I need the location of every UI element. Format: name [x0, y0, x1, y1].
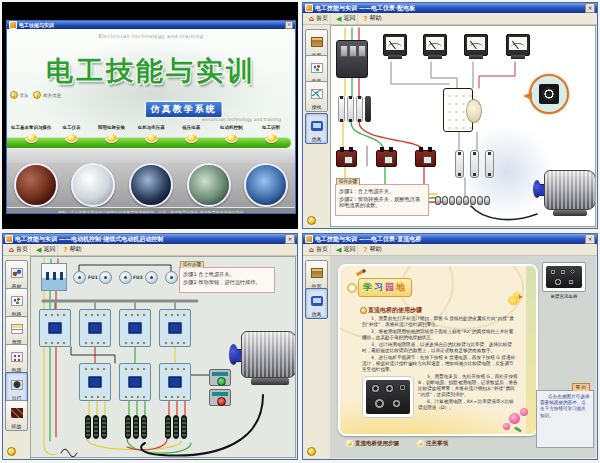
credits-text: 研制：大连海事大学信息工程学院仿真教育技术研究所 出版：高等教育出版社 高等教育…	[7, 208, 295, 213]
menu-item-diagrams[interactable]: 电工识图	[251, 125, 291, 143]
help-button[interactable]: ?帮助	[61, 245, 83, 255]
home-button[interactable]: ⌂首页	[307, 14, 331, 24]
fuse-label: FU2	[133, 275, 143, 280]
menu-button[interactable]	[65, 133, 78, 143]
fuse[interactable]	[165, 271, 178, 284]
divider-band	[7, 149, 295, 163]
monitor-icon	[311, 121, 323, 131]
english-subtitle: Electrician technology and training	[202, 117, 281, 122]
bridge-main: 学习园地 直流电桥的使用步骤 1、测量前先打开检流计锁扣，即将 G 接线柱处的金…	[330, 256, 596, 458]
fuse-dark[interactable]	[365, 96, 371, 122]
contactor	[79, 363, 111, 401]
fuse[interactable]	[347, 96, 354, 122]
board-titlebar: 电工技能与实训 ——电工仪表·配电板 ×	[303, 3, 597, 13]
learning-screenshot: 电工技能与实训 ——电工仪表·直流电桥 × ⌂首页 ◀返回 ?帮助 外形 仿真	[302, 233, 598, 460]
sidebar-item-simulation[interactable]: 仿真	[305, 288, 328, 319]
close-icon[interactable]: ×	[585, 3, 595, 13]
stop-button[interactable]	[217, 397, 226, 406]
fuse[interactable]	[356, 96, 363, 122]
close-icon[interactable]: ×	[585, 234, 595, 244]
motor-control-window: 电工技能与实训 ——电动机控制·绕线式电动机启动控制 × ⌂首页 ◀返回 ?帮助…	[2, 233, 298, 460]
learning-page: 学习园地 直流电桥的使用步骤 1、测量前先打开检流计锁扣，即将 G 接线柱处的金…	[338, 264, 538, 436]
music-button[interactable]: ♪ 音乐	[10, 91, 28, 99]
sidebar-item-troubleshoot[interactable]: 排故	[5, 400, 28, 431]
menu-button[interactable]	[185, 133, 198, 143]
main-breaker[interactable]	[336, 40, 368, 78]
menu-item-instruments[interactable]: 电工仪表	[52, 125, 92, 143]
document-icon	[11, 324, 23, 334]
menu-button[interactable]	[105, 133, 118, 143]
main-breaker[interactable]	[41, 263, 67, 291]
current-transformer	[415, 150, 436, 167]
window-title: 电工技能与实训	[19, 21, 283, 29]
start-button[interactable]	[217, 377, 226, 386]
changeover-switch[interactable]	[443, 88, 473, 132]
info-button[interactable]: i 相关信息	[33, 91, 60, 99]
menu-item-basics[interactable]: 电工基本常识与操作	[11, 125, 52, 143]
splash-body: Electrician technology and training 电工技能…	[7, 29, 295, 213]
voltmeter	[506, 34, 530, 56]
fuse-link	[455, 150, 464, 178]
sidebar-item-run[interactable]: 运行	[5, 372, 28, 403]
fuse[interactable]	[338, 96, 345, 122]
bridge-thumbnail[interactable]	[542, 262, 586, 292]
current-transformer	[336, 150, 357, 167]
home-button[interactable]: ⌂首页	[307, 245, 331, 255]
back-icon: ◀	[336, 15, 341, 23]
close-icon[interactable]: ×	[285, 234, 295, 244]
sidebar-item-panel-box[interactable]: 电箱	[5, 344, 28, 375]
help-button[interactable]: ?帮助	[361, 245, 383, 255]
home-button[interactable]: ⌂首页	[7, 245, 31, 255]
menu-item-motors-transformers[interactable]: 电机与变压器	[131, 125, 171, 143]
close-icon[interactable]: ×	[285, 21, 293, 29]
run-icon	[11, 380, 23, 390]
menu-button[interactable]	[265, 133, 278, 143]
contactor	[119, 363, 151, 401]
back-button[interactable]: ◀返回	[334, 245, 358, 255]
smiley-icon	[307, 447, 316, 456]
motor-control-screenshot: 电工技能与实训 ——电动机控制·绕线式电动机启动控制 × ⌂首页 ◀返回 ?帮助…	[2, 233, 298, 460]
menu-item-motor-control[interactable]: 电动机控制	[211, 125, 251, 143]
start-button-box[interactable]	[209, 369, 231, 386]
menu-button[interactable]	[25, 133, 38, 143]
menu-button[interactable]	[225, 133, 238, 143]
splash-titlebar: 电工技能与实训 ×	[7, 21, 295, 29]
sidebar-item-circuit[interactable]: 电路	[5, 288, 28, 319]
sidebar-item-equipment[interactable]: 器材	[5, 260, 28, 291]
menu-item-lighting[interactable]: 照明电路安装	[91, 125, 131, 143]
back-button[interactable]: ◀返回	[34, 245, 58, 255]
menu-item-lv-apparatus[interactable]: 低压电器	[171, 125, 211, 143]
chick-icon	[508, 292, 520, 305]
help-icon: ?	[363, 15, 367, 23]
fuse[interactable]	[99, 271, 112, 284]
switch-knob-closeup	[539, 84, 559, 104]
contactor	[159, 363, 191, 401]
splash-window: 电工技能与实训 × Electrician technology and tra…	[6, 20, 296, 214]
notes-link[interactable]: 注意事项	[417, 440, 448, 447]
fuse[interactable]	[145, 271, 158, 284]
thumbnail-label: 单臂直流电桥	[536, 294, 592, 299]
home-icon: ⌂	[9, 246, 14, 254]
product-gallery	[7, 163, 295, 207]
motor-photo	[187, 163, 231, 207]
board-canvas: 操作步骤 步骤1：合上电源开关。 步骤2：按动转换开关，观察电压表和电流表的读数…	[330, 25, 596, 227]
menu-button[interactable]	[145, 133, 158, 143]
smiley-icon	[7, 447, 16, 456]
sidebar-item-wiring[interactable]: 接线	[305, 81, 328, 112]
box-icon	[311, 37, 323, 47]
sidebar-item-principle[interactable]: 原理	[5, 316, 28, 347]
fuse[interactable]	[119, 271, 132, 284]
fuse-link	[470, 150, 479, 178]
board-window: 电工技能与实训 ——电工仪表·配电板 × ⌂首页 ◀返回 ?帮助 外形 电路 接…	[302, 2, 598, 229]
starting-resistor	[173, 415, 179, 439]
sidebar-item-appearance[interactable]: 外形	[305, 260, 328, 291]
board-sidebar: 外形 电路 接线 仿真	[303, 25, 331, 228]
back-icon: ◀	[336, 246, 341, 254]
fuse[interactable]	[73, 271, 86, 284]
sidebar-item-simulation[interactable]: 仿真	[305, 113, 328, 144]
usage-steps-link[interactable]: 直流电桥使用步骤	[346, 440, 399, 447]
help-button[interactable]: ?帮助	[361, 14, 383, 24]
help-icon: ?	[363, 246, 367, 254]
stop-button-box[interactable]	[209, 389, 231, 406]
back-button[interactable]: ◀返回	[334, 14, 358, 24]
